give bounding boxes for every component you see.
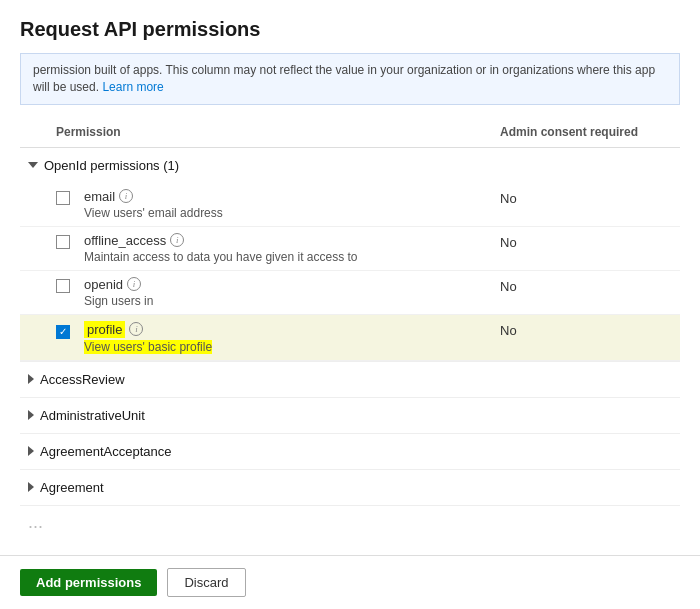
notice-banner: permission built of apps. This column ma…: [20, 53, 680, 105]
offline-checkbox[interactable]: [56, 235, 70, 249]
footer-section: Add permissions Discard: [0, 555, 700, 609]
email-perm-info: email i View users' email address: [84, 189, 500, 220]
profile-name-text: profile: [84, 321, 125, 338]
group-row-agreement[interactable]: Agreement: [20, 470, 680, 506]
accessreview-chevron-icon: [28, 374, 34, 384]
openid-group-header[interactable]: OpenId permissions (1): [20, 148, 680, 183]
email-perm-desc: View users' email address: [84, 206, 500, 220]
email-perm-name: email i: [84, 189, 500, 204]
openid-perm-name: openid i: [84, 277, 500, 292]
openid-name-text: openid: [84, 277, 123, 292]
openid-info-icon[interactable]: i: [127, 277, 141, 291]
add-permissions-button[interactable]: Add permissions: [20, 569, 157, 596]
discard-button[interactable]: Discard: [167, 568, 245, 597]
group-row-adminunit[interactable]: AdministrativeUnit: [20, 398, 680, 434]
group-row-agreementacceptance[interactable]: AgreementAcceptance: [20, 434, 680, 470]
col-permission-header: Permission: [56, 125, 500, 139]
agreementacceptance-label: AgreementAcceptance: [40, 444, 172, 459]
email-name-text: email: [84, 189, 115, 204]
permission-row-email: email i View users' email address No: [20, 183, 680, 227]
profile-admin-col: No: [500, 321, 680, 338]
adminunit-chevron-icon: [28, 410, 34, 420]
offline-name-text: offline_access: [84, 233, 166, 248]
profile-perm-info: profile i View users' basic profile: [84, 321, 500, 354]
email-checkbox-col: [56, 189, 84, 208]
permission-row-openid: openid i Sign users in No: [20, 271, 680, 315]
adminunit-label: AdministrativeUnit: [40, 408, 145, 423]
profile-checkbox[interactable]: [56, 325, 70, 339]
table-header: Permission Admin consent required: [20, 115, 680, 148]
offline-admin-col: No: [500, 233, 680, 250]
openid-chevron-down-icon: [28, 162, 38, 168]
agreement-label: Agreement: [40, 480, 104, 495]
profile-perm-name: profile i: [84, 321, 500, 338]
offline-perm-name: offline_access i: [84, 233, 500, 248]
offline-info-icon[interactable]: i: [170, 233, 184, 247]
permission-row-profile: profile i View users' basic profile No: [20, 315, 680, 361]
openid-checkbox-col: [56, 277, 84, 296]
openid-perm-desc: Sign users in: [84, 294, 500, 308]
openid-perm-info: openid i Sign users in: [84, 277, 500, 308]
agreement-chevron-icon: [28, 482, 34, 492]
profile-checkbox-col: [56, 321, 84, 339]
email-admin-col: No: [500, 189, 680, 206]
page-container: Request API permissions permission built…: [0, 0, 700, 609]
group-row-accessreview[interactable]: AccessReview: [20, 362, 680, 398]
learn-more-link[interactable]: Learn more: [102, 80, 163, 94]
accessreview-label: AccessReview: [40, 372, 125, 387]
email-info-icon[interactable]: i: [119, 189, 133, 203]
header-section: Request API permissions permission built…: [0, 0, 700, 115]
col-admin-header: Admin consent required: [500, 125, 680, 139]
email-checkbox[interactable]: [56, 191, 70, 205]
offline-perm-info: offline_access i Maintain access to data…: [84, 233, 500, 264]
permission-row-offline: offline_access i Maintain access to data…: [20, 227, 680, 271]
agreementacceptance-chevron-icon: [28, 446, 34, 456]
page-title: Request API permissions: [20, 18, 680, 41]
content-area: Permission Admin consent required OpenId…: [0, 115, 700, 555]
more-items-indicator: ···: [20, 506, 680, 543]
openid-section: OpenId permissions (1) email i View user…: [20, 148, 680, 362]
openid-group-label: OpenId permissions (1): [44, 158, 179, 173]
offline-checkbox-col: [56, 233, 84, 252]
openid-admin-col: No: [500, 277, 680, 294]
profile-info-icon[interactable]: i: [129, 322, 143, 336]
profile-perm-desc: View users' basic profile: [84, 340, 500, 354]
openid-checkbox[interactable]: [56, 279, 70, 293]
offline-perm-desc: Maintain access to data you have given i…: [84, 250, 500, 264]
